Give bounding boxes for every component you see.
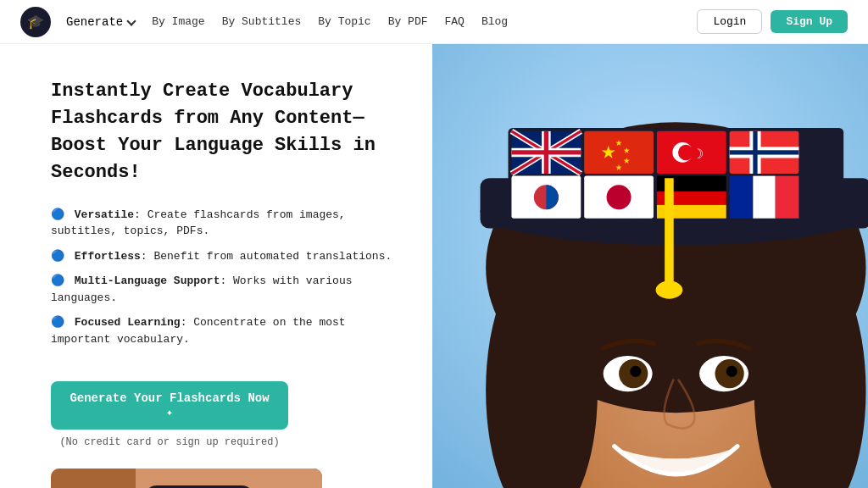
svg-point-56 — [678, 145, 693, 160]
hero-left: Instantly Create VocabularyFlashcards fr… — [0, 44, 432, 488]
effortless-icon: 🔵 — [51, 250, 64, 263]
navbar: 🎓 Generate By Image By Subtitles By Topi… — [0, 0, 868, 44]
logo[interactable]: 🎓 — [20, 7, 51, 37]
video-thumbnail[interactable] — [51, 469, 322, 488]
logo-emoji: 🎓 — [27, 14, 44, 30]
no-cc-note: (No credit card or sign up required) — [51, 436, 288, 448]
svg-point-66 — [607, 185, 632, 209]
nav-link-by-image[interactable]: By Image — [152, 15, 204, 28]
chevron-down-icon — [127, 16, 136, 25]
feature-multilang: 🔵 Multi-Language Support: Works with var… — [51, 273, 398, 306]
svg-rect-73 — [665, 178, 674, 290]
hero-title: Instantly Create VocabularyFlashcards fr… — [51, 78, 398, 186]
hero-section: Instantly Create VocabularyFlashcards fr… — [0, 44, 868, 488]
multilang-label: Multi-Language Support — [75, 274, 220, 287]
svg-point-74 — [656, 281, 683, 299]
svg-text:★: ★ — [601, 138, 615, 166]
svg-text:★: ★ — [615, 161, 622, 174]
svg-rect-72 — [776, 176, 799, 219]
hero-background-svg: ★ ★ ★ ★ ★ ☽ — [432, 44, 868, 488]
svg-text:☽: ☽ — [696, 147, 704, 163]
hero-right: ★ ★ ★ ★ ★ ☽ — [432, 44, 868, 488]
svg-text:★: ★ — [615, 136, 622, 149]
book-illustration — [51, 469, 322, 488]
svg-rect-71 — [753, 176, 775, 219]
signup-button[interactable]: Sign Up — [771, 10, 848, 33]
svg-text:★: ★ — [623, 154, 630, 167]
svg-point-34 — [630, 366, 641, 377]
hero-image: ★ ★ ★ ★ ★ ☽ — [432, 44, 868, 488]
svg-rect-62 — [730, 150, 799, 154]
login-button[interactable]: Login — [697, 9, 762, 34]
nav-link-by-subtitles[interactable]: By Subtitles — [222, 15, 302, 28]
generate-menu-trigger[interactable]: Generate — [66, 15, 135, 29]
hero-features-list: 🔵 Versatile: Create flashcards from imag… — [51, 207, 398, 357]
focused-icon: 🔵 — [51, 316, 64, 329]
logo-icon: 🎓 — [20, 7, 51, 37]
nav-link-by-pdf[interactable]: By PDF — [388, 15, 428, 28]
nav-link-blog[interactable]: Blog — [481, 15, 508, 28]
multilang-icon: 🔵 — [51, 274, 64, 287]
feature-versatile: 🔵 Versatile: Create flashcards from imag… — [51, 207, 398, 240]
effortless-label: Effortless — [75, 250, 141, 263]
effortless-text: : Benefit from automated translations. — [141, 250, 392, 263]
nav-auth: Login Sign Up — [697, 9, 848, 34]
generate-label: Generate — [66, 15, 123, 29]
feature-effortless: 🔵 Effortless: Benefit from automated tra… — [51, 248, 398, 265]
focused-label: Focused Learning — [75, 316, 181, 329]
cta-button[interactable]: Generate Your Flashcards Now ✦ — [51, 381, 288, 430]
versatile-label: Versatile — [75, 208, 134, 221]
nav-link-faq[interactable]: FAQ — [445, 15, 465, 28]
svg-rect-70 — [730, 176, 754, 219]
nav-link-by-topic[interactable]: By Topic — [318, 15, 370, 28]
feature-focused: 🔵 Focused Learning: Concentrate on the m… — [51, 314, 398, 347]
nav-links: By Image By Subtitles By Topic By PDF FA… — [152, 15, 697, 28]
versatile-icon: 🔵 — [51, 208, 64, 221]
svg-rect-1 — [51, 469, 136, 488]
svg-point-35 — [726, 366, 737, 377]
